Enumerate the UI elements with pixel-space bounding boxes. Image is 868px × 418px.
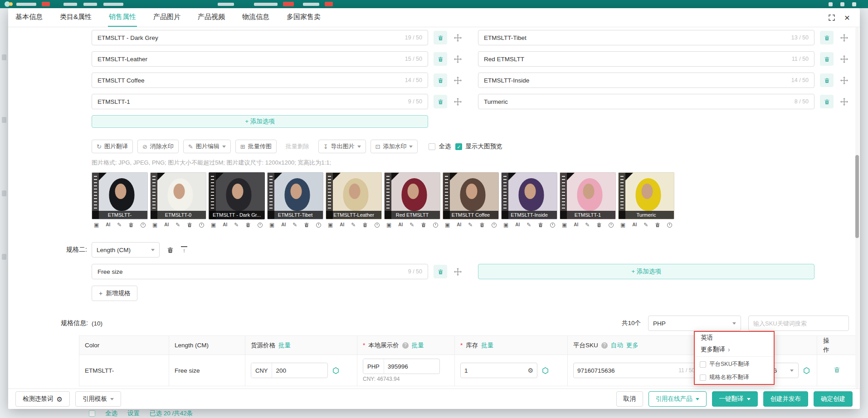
cancel-button[interactable]: 取消 bbox=[616, 391, 643, 407]
add-option-button[interactable]: + 添加选项 bbox=[92, 115, 428, 128]
source-price-input[interactable] bbox=[272, 367, 327, 374]
option-value-input[interactable]: 9 / 50 bbox=[92, 94, 428, 109]
drag-option-icon[interactable] bbox=[839, 97, 849, 106]
product-photo[interactable]: Red ETMSLTT bbox=[384, 172, 440, 219]
option-value-input[interactable]: 14 / 50 bbox=[92, 73, 428, 88]
drag-option-icon[interactable] bbox=[839, 55, 849, 63]
delete-option-button[interactable] bbox=[434, 52, 447, 66]
delete-image-icon[interactable] bbox=[596, 222, 602, 228]
option-text[interactable] bbox=[484, 56, 788, 63]
edit-image-icon[interactable]: ✎ bbox=[644, 222, 648, 228]
delete-image-icon[interactable] bbox=[421, 222, 426, 228]
ai-edit-icon[interactable]: AI bbox=[515, 223, 520, 227]
remove-watermark-button[interactable]: ⊘ 消除水印 bbox=[137, 140, 179, 153]
stock-input[interactable] bbox=[461, 367, 527, 374]
drag-option-icon[interactable] bbox=[453, 97, 463, 106]
show-large-preview[interactable]: ✓ 显示大图预览 bbox=[455, 142, 502, 151]
tab-basic-info[interactable]: 基本信息 bbox=[15, 8, 44, 27]
history-icon[interactable] bbox=[667, 223, 672, 228]
local-price-input[interactable] bbox=[384, 363, 439, 370]
product-photo[interactable]: ETMSLTT Coffee bbox=[443, 172, 499, 219]
product-photo[interactable]: ETMSLTT-0 bbox=[150, 172, 206, 219]
scrollbar-thumb[interactable] bbox=[855, 155, 859, 238]
edit-image-icon[interactable]: ✎ bbox=[234, 222, 239, 228]
delete-option-button[interactable] bbox=[434, 73, 447, 87]
create-and-publish-button[interactable]: 创建并发布 bbox=[763, 391, 809, 407]
edit-image-icon[interactable]: ✎ bbox=[527, 222, 531, 228]
ai-edit-icon[interactable]: AI bbox=[574, 223, 578, 227]
image-edit-button[interactable]: ✎ 图片编辑 bbox=[183, 140, 231, 153]
tab-product-video[interactable]: 产品视频 bbox=[197, 8, 226, 27]
product-photo[interactable]: ETMSLTT - Dark Gr... bbox=[209, 172, 265, 219]
ai-edit-icon[interactable]: AI bbox=[223, 223, 227, 227]
option-value-input[interactable]: 13 / 50 bbox=[478, 30, 814, 45]
delete-image-icon[interactable] bbox=[655, 222, 660, 228]
delete-image-icon[interactable] bbox=[304, 222, 309, 228]
select-all-images[interactable]: 全选 bbox=[429, 142, 451, 151]
replace-image-icon[interactable]: ▣ bbox=[562, 222, 567, 228]
replace-image-icon[interactable]: ▣ bbox=[620, 222, 625, 228]
confirm-create-button[interactable]: 确定创建 bbox=[814, 391, 853, 407]
edit-image-icon[interactable]: ✎ bbox=[176, 222, 180, 228]
history-icon[interactable] bbox=[316, 223, 321, 228]
tab-sales-attrs[interactable]: 销售属性 bbox=[108, 8, 137, 27]
spec-type-select[interactable]: Length (CM) bbox=[92, 242, 160, 258]
history-icon[interactable] bbox=[375, 223, 380, 228]
batch-link[interactable]: 批量 bbox=[412, 341, 424, 350]
fullscreen-icon[interactable] bbox=[828, 14, 835, 21]
history-icon[interactable] bbox=[199, 223, 204, 228]
tab-logistics[interactable]: 物流信息 bbox=[241, 8, 270, 27]
reference-template-button[interactable]: 引用模板 bbox=[75, 391, 121, 407]
apply-all-icon[interactable] bbox=[541, 367, 549, 374]
menu-item-english[interactable]: 英语 bbox=[695, 332, 774, 344]
delete-image-icon[interactable] bbox=[362, 222, 368, 228]
apply-all-icon[interactable] bbox=[803, 367, 810, 374]
replace-image-icon[interactable]: ▣ bbox=[445, 222, 450, 228]
product-photo[interactable]: Turmeric bbox=[618, 172, 674, 219]
option-value-input[interactable]: 14 / 50 bbox=[478, 73, 814, 88]
option-text[interactable] bbox=[98, 77, 401, 84]
tab-category-attrs[interactable]: 类目&属性 bbox=[59, 8, 93, 27]
option-spec-no-translate[interactable]: 规格名称不翻译 bbox=[695, 371, 774, 384]
drag-option-icon[interactable] bbox=[453, 55, 463, 63]
select-all-link[interactable]: 全选 bbox=[105, 409, 117, 418]
edit-image-icon[interactable]: ✎ bbox=[585, 222, 590, 228]
ai-edit-icon[interactable]: AI bbox=[398, 223, 403, 227]
currency-select[interactable]: PHP bbox=[648, 316, 741, 331]
drag-option-icon[interactable] bbox=[453, 76, 463, 85]
option-text[interactable] bbox=[98, 34, 401, 41]
option-text[interactable] bbox=[484, 77, 788, 84]
tab-product-images[interactable]: 产品图片 bbox=[152, 8, 181, 27]
platform-sku-input[interactable] bbox=[574, 367, 678, 374]
reference-online-product-button[interactable]: 引用在线产品 bbox=[649, 391, 707, 407]
delete-row-icon[interactable] bbox=[834, 366, 840, 373]
batch-delete-button[interactable]: 批量删除 bbox=[281, 140, 314, 153]
option-text[interactable] bbox=[98, 56, 401, 63]
drag-option-icon[interactable] bbox=[839, 76, 849, 85]
delete-image-icon[interactable] bbox=[187, 222, 192, 228]
drag-option-icon[interactable] bbox=[453, 34, 463, 42]
option-value-input[interactable]: 15 / 50 bbox=[92, 51, 428, 67]
drag-option-icon[interactable] bbox=[453, 267, 463, 276]
delete-image-icon[interactable] bbox=[245, 222, 251, 228]
move-spec-top-icon[interactable]: ↑ bbox=[181, 246, 187, 253]
replace-image-icon[interactable]: ▣ bbox=[503, 222, 508, 228]
one-click-translate-button[interactable]: 一键翻译 bbox=[712, 391, 758, 407]
image-translate-button[interactable]: ↻ 图片翻译 bbox=[92, 140, 133, 153]
help-icon[interactable]: ? bbox=[601, 342, 608, 349]
option-text[interactable] bbox=[98, 98, 405, 105]
delete-option-button[interactable] bbox=[434, 31, 447, 44]
tab-multi-country[interactable]: 多国家售卖 bbox=[286, 8, 322, 27]
help-icon[interactable]: ? bbox=[402, 342, 409, 349]
history-icon[interactable] bbox=[492, 223, 497, 228]
batch-link[interactable]: 批量 bbox=[481, 341, 493, 350]
delete-image-icon[interactable] bbox=[479, 222, 485, 228]
replace-image-icon[interactable]: ▣ bbox=[94, 222, 99, 228]
edit-image-icon[interactable]: ✎ bbox=[410, 222, 414, 228]
batch-upload-button[interactable]: ⊞ 批量传图 bbox=[235, 140, 277, 153]
add-option-button[interactable]: + 添加选项 bbox=[478, 264, 814, 279]
checkbox-unchecked[interactable] bbox=[700, 374, 706, 381]
ai-edit-icon[interactable]: AI bbox=[281, 223, 286, 227]
checkbox-unchecked[interactable] bbox=[429, 143, 435, 150]
delete-spec-icon[interactable] bbox=[167, 247, 174, 253]
